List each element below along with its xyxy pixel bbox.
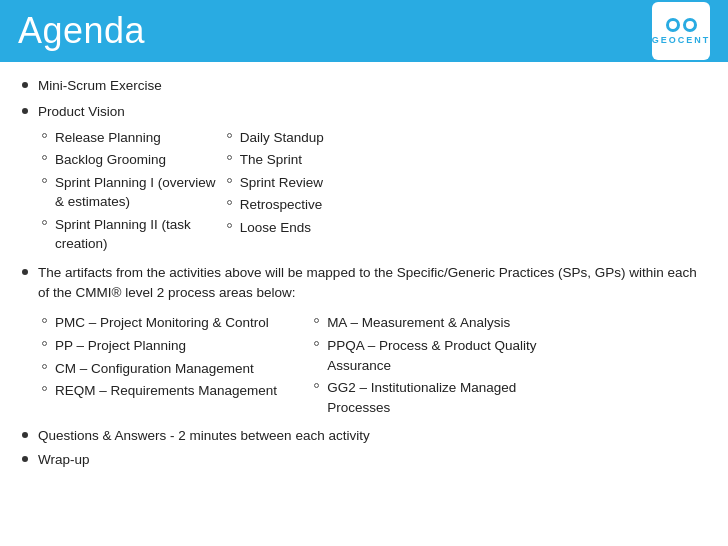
list-item-5: Wrap-up [22, 450, 706, 470]
main-list: Mini-Scrum Exercise Product Vision Relea… [22, 76, 706, 420]
sub-bullet [42, 133, 47, 138]
bullet-dot-2 [22, 108, 28, 114]
sub-bullet [314, 341, 319, 346]
bottom-items: Questions & Answers - 2 minutes between … [22, 426, 706, 471]
sub-bullet [42, 318, 47, 323]
list-item: Sprint Planning I (overview & estimates) [42, 173, 217, 212]
sub-bullet [42, 364, 47, 369]
bullet-dot-5 [22, 456, 28, 462]
bullet3-intro-text: The artifacts from the activities above … [38, 263, 706, 304]
sub-item-text: Loose Ends [240, 218, 311, 238]
bullet1-text: Mini-Scrum Exercise [38, 76, 162, 96]
sub-bullet [227, 200, 232, 205]
bullet2-subcols: Release PlanningBacklog GroomingSprint P… [42, 126, 401, 257]
page-header: Agenda GEOCENT [0, 0, 728, 62]
bullet5-text: Wrap-up [38, 450, 90, 470]
bottom-list: Questions & Answers - 2 minutes between … [22, 426, 706, 471]
list-item: CM – Configuration Management [42, 359, 304, 379]
sub-item-text: Sprint Planning I (overview & estimates) [55, 173, 217, 212]
sub-item-text: Sprint Review [240, 173, 323, 193]
list-item: GG2 – Institutionalize Managed Processes [314, 378, 576, 417]
logo-circle-left [666, 18, 680, 32]
sub-bullet [42, 341, 47, 346]
bullet2-col1: Release PlanningBacklog GroomingSprint P… [42, 126, 217, 257]
sub-item-text: GG2 – Institutionalize Managed Processes [327, 378, 576, 417]
list-item: Daily Standup [227, 128, 402, 148]
sub-bullet [227, 155, 232, 160]
bullet4-text: Questions & Answers - 2 minutes between … [38, 426, 370, 446]
sub-item-text: Backlog Grooming [55, 150, 166, 170]
list-item: The Sprint [227, 150, 402, 170]
list-item: Release Planning [42, 128, 217, 148]
sub-item-text: PP – Project Planning [55, 336, 186, 356]
bullet-dot-1 [22, 82, 28, 88]
sub-item-text: Retrospective [240, 195, 323, 215]
list-item-2: Product Vision Release PlanningBacklog G… [22, 102, 706, 257]
bullet2-sublist-col1: Release PlanningBacklog GroomingSprint P… [42, 128, 217, 254]
sub-item-text: Release Planning [55, 128, 161, 148]
sub-bullet [42, 386, 47, 391]
sub-bullet [314, 318, 319, 323]
sub-item-text: MA – Measurement & Analysis [327, 313, 510, 333]
list-item-1: Mini-Scrum Exercise [22, 76, 706, 96]
bullet3-sublist-col2: MA – Measurement & AnalysisPPQA – Proces… [314, 313, 576, 417]
sub-item-text: Daily Standup [240, 128, 324, 148]
sub-bullet [42, 178, 47, 183]
sub-bullet [42, 155, 47, 160]
sub-item-text: PPQA – Process & Product Quality Assuran… [327, 336, 576, 375]
bullet3-col1: PMC – Project Monitoring & ControlPP – P… [42, 311, 304, 420]
bullet3-sublist-col1: PMC – Project Monitoring & ControlPP – P… [42, 313, 304, 400]
list-item-4: Questions & Answers - 2 minutes between … [22, 426, 706, 446]
list-item: MA – Measurement & Analysis [314, 313, 576, 333]
bullet2-col2: Daily StandupThe SprintSprint ReviewRetr… [227, 126, 402, 257]
sub-bullet [227, 133, 232, 138]
sub-bullet [227, 223, 232, 228]
logo: GEOCENT [652, 2, 710, 60]
sub-item-text: PMC – Project Monitoring & Control [55, 313, 269, 333]
list-item: PMC – Project Monitoring & Control [42, 313, 304, 333]
sub-item-text: REQM – Requirements Management [55, 381, 277, 401]
sub-bullet [314, 383, 319, 388]
list-item: PPQA – Process & Product Quality Assuran… [314, 336, 576, 375]
list-item-3: The artifacts from the activities above … [22, 263, 706, 420]
list-item: PP – Project Planning [42, 336, 304, 356]
list-item: Backlog Grooming [42, 150, 217, 170]
list-item: Sprint Review [227, 173, 402, 193]
sub-item-text: CM – Configuration Management [55, 359, 254, 379]
sub-bullet [227, 178, 232, 183]
sub-item-text: Sprint Planning II (task creation) [55, 215, 217, 254]
bullet2-text: Product Vision [38, 102, 125, 122]
logo-circles [666, 18, 697, 32]
bullet-dot-4 [22, 432, 28, 438]
sub-item-text: The Sprint [240, 150, 302, 170]
list-item: Loose Ends [227, 218, 402, 238]
content-area: Mini-Scrum Exercise Product Vision Relea… [0, 62, 728, 485]
logo-text: GEOCENT [652, 35, 711, 45]
page-title: Agenda [18, 10, 145, 52]
logo-circle-right [683, 18, 697, 32]
sub-bullet [42, 220, 47, 225]
bullet-dot-3 [22, 269, 28, 275]
bullet3-col2: MA – Measurement & AnalysisPPQA – Proces… [314, 311, 576, 420]
list-item: REQM – Requirements Management [42, 381, 304, 401]
list-item: Retrospective [227, 195, 402, 215]
bullet2-sublist-col2: Daily StandupThe SprintSprint ReviewRetr… [227, 128, 402, 238]
list-item: Sprint Planning II (task creation) [42, 215, 217, 254]
bullet3-subcols: PMC – Project Monitoring & ControlPP – P… [42, 311, 576, 420]
